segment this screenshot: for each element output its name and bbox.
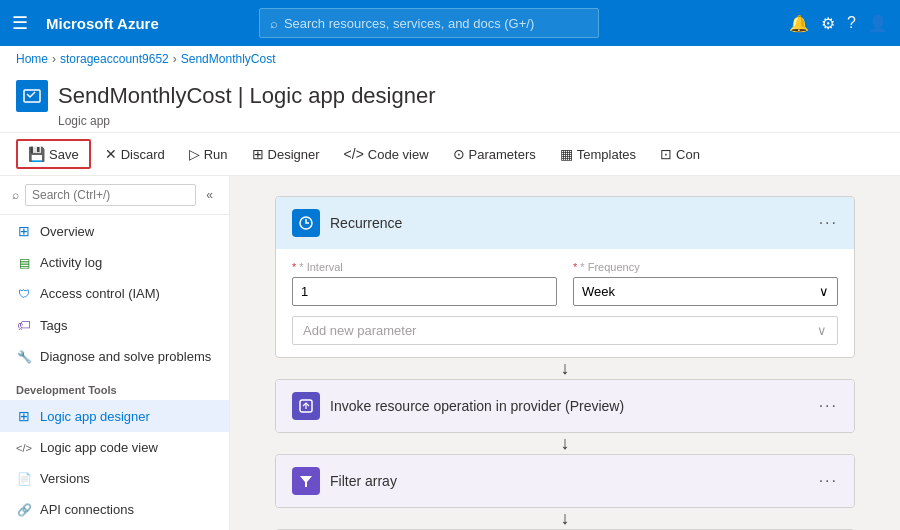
code-view-icon: </> [16,442,32,454]
notifications-icon[interactable]: 🔔 [789,14,809,33]
arrow-3: ↓ [561,508,570,529]
interval-input[interactable] [292,277,557,306]
nav-icons-group: 🔔 ⚙ ? 👤 [789,14,888,33]
filter-menu-button[interactable]: ··· [819,472,838,490]
svg-marker-4 [300,476,312,487]
breadcrumb: Home › storageaccount9652 › SendMonthlyC… [0,46,900,72]
templates-button[interactable]: ▦ Templates [550,141,646,167]
con-icon: ⊡ [660,146,672,162]
invoke-card[interactable]: Invoke resource operation in provider (P… [275,379,855,433]
global-search-bar[interactable]: ⌕ [259,8,599,38]
tags-icon: 🏷 [16,317,32,333]
dropdown-chevron-icon: ∨ [819,284,829,299]
invoke-menu-button[interactable]: ··· [819,397,838,415]
sidebar-item-label: Versions [40,471,90,486]
save-button[interactable]: 💾 Save [16,139,91,169]
sidebar-item-access-control[interactable]: 🛡 Access control (IAM) [0,278,229,309]
sidebar-item-quick-start[interactable]: ⚡ Quick start guides [0,525,229,530]
code-icon: </> [344,146,364,162]
search-icon: ⌕ [270,16,278,31]
sidebar-item-api-connections[interactable]: 🔗 API connections [0,494,229,525]
run-button[interactable]: ▷ Run [179,141,238,167]
sidebar-item-label: Activity log [40,255,102,270]
discard-button[interactable]: ✕ Discard [95,141,175,167]
filter-card[interactable]: Filter array ··· [275,454,855,508]
discard-icon: ✕ [105,146,117,162]
sidebar-item-label: Logic app code view [40,440,158,455]
api-connections-icon: 🔗 [16,503,32,517]
recurrence-menu-button[interactable]: ··· [819,214,838,232]
sidebar-search-icon: ⌕ [12,188,19,202]
sidebar-item-label: Logic app designer [40,409,150,424]
breadcrumb-resource[interactable]: SendMonthlyCost [181,52,276,66]
designer-button[interactable]: ⊞ Designer [242,141,330,167]
sidebar-item-label: Tags [40,318,67,333]
page-subtitle: Logic app [58,114,884,128]
recurrence-card-icon [292,209,320,237]
frequency-dropdown[interactable]: Week ∨ [573,277,838,306]
breadcrumb-home[interactable]: Home [16,52,48,66]
help-icon[interactable]: ? [847,14,856,32]
sidebar-item-overview[interactable]: ⊞ Overview [0,215,229,247]
sidebar-item-label: Overview [40,224,94,239]
versions-icon: 📄 [16,472,32,486]
save-icon: 💾 [28,146,45,162]
activity-log-icon: ▤ [16,256,32,270]
sidebar-item-versions[interactable]: 📄 Versions [0,463,229,494]
page-header: SendMonthlyCost | Logic app designer Log… [0,72,900,133]
templates-icon: ▦ [560,146,573,162]
sidebar-item-logic-app-designer[interactable]: ⊞ Logic app designer [0,400,229,432]
recurrence-card[interactable]: Recurrence ··· * * Interval * * Frequenc… [275,196,855,358]
sidebar-search-input[interactable] [25,184,196,206]
frequency-label: * * Frequency [573,261,838,273]
hamburger-menu-icon[interactable]: ☰ [12,12,28,34]
add-param-chevron-icon: ∨ [817,323,827,338]
top-navigation: ☰ Microsoft Azure ⌕ 🔔 ⚙ ? 👤 [0,0,900,46]
arrow-1: ↓ [561,358,570,379]
frequency-field: * * Frequency Week ∨ [573,261,838,306]
toolbar: 💾 Save ✕ Discard ▷ Run ⊞ Designer </> Co… [0,133,900,176]
recurrence-title: Recurrence [330,215,809,231]
sidebar-item-activity-log[interactable]: ▤ Activity log [0,247,229,278]
diagnose-icon: 🔧 [16,350,32,364]
sidebar-item-label: API connections [40,502,134,517]
parameters-button[interactable]: ⊙ Parameters [443,141,546,167]
access-control-icon: 🛡 [16,287,32,301]
recurrence-body: * * Interval * * Frequency Week ∨ Add ne… [276,249,854,357]
page-title: SendMonthlyCost | Logic app designer [58,83,436,109]
run-icon: ▷ [189,146,200,162]
add-parameter-row[interactable]: Add new parameter ∨ [292,316,838,345]
logic-app-designer-icon: ⊞ [16,408,32,424]
azure-logo: Microsoft Azure [46,15,159,32]
interval-field: * * Interval [292,261,557,306]
sidebar-section-dev-tools: Development Tools [0,372,229,400]
con-button[interactable]: ⊡ Con [650,141,710,167]
sidebar-item-diagnose[interactable]: 🔧 Diagnose and solve problems [0,341,229,372]
sidebar-collapse-button[interactable]: « [202,186,217,204]
invoke-title: Invoke resource operation in provider (P… [330,398,809,414]
settings-icon[interactable]: ⚙ [821,14,835,33]
sidebar-search-area: ⌕ « [0,176,229,215]
sidebar-item-label: Diagnose and solve problems [40,349,211,364]
sidebar-item-label: Access control (IAM) [40,286,160,301]
designer-icon: ⊞ [252,146,264,162]
sidebar-item-logic-app-code-view[interactable]: </> Logic app code view [0,432,229,463]
breadcrumb-storage[interactable]: storageaccount9652 [60,52,169,66]
filter-card-icon [292,467,320,495]
filter-title: Filter array [330,473,809,489]
global-search-input[interactable] [284,16,588,31]
user-avatar[interactable]: 👤 [868,14,888,33]
interval-label: * * Interval [292,261,557,273]
main-layout: ⌕ « ⊞ Overview ▤ Activity log 🛡 Access c… [0,176,900,530]
sidebar-item-tags[interactable]: 🏷 Tags [0,309,229,341]
overview-icon: ⊞ [16,223,32,239]
designer-canvas[interactable]: Recurrence ··· * * Interval * * Frequenc… [230,176,900,530]
arrow-2: ↓ [561,433,570,454]
page-icon [16,80,48,112]
parameters-icon: ⊙ [453,146,465,162]
sidebar: ⌕ « ⊞ Overview ▤ Activity log 🛡 Access c… [0,176,230,530]
code-view-button[interactable]: </> Code view [334,141,439,167]
invoke-card-icon [292,392,320,420]
